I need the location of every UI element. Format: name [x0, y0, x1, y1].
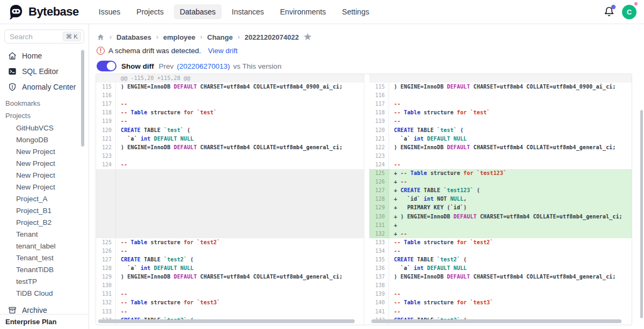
search-shortcut-kbd: ⌘ K — [63, 32, 81, 41]
brand-name: Bytebase — [28, 5, 79, 19]
line-number: 125 — [369, 169, 389, 178]
line-number: 129 — [96, 273, 116, 281]
diff-line: 120CREATE TABLE `test` ( — [369, 126, 632, 135]
sidebar-project-item[interactable]: tenant_label — [0, 240, 89, 252]
diff-line: 121 `a` int DEFAULT NULL — [96, 135, 364, 143]
sidebar-item-archive[interactable]: Archive — [0, 302, 89, 314]
right-pane-hscrollbar-thumb[interactable] — [371, 319, 621, 323]
line-number: 129 — [369, 203, 389, 212]
code-text — [116, 230, 364, 238]
line-number: 134 — [369, 247, 389, 255]
breadcrumb-item-employee[interactable]: employee — [163, 33, 195, 41]
diff-line: 123 — [369, 152, 632, 160]
search-input[interactable] — [10, 33, 63, 41]
sidebar-item-home[interactable]: Home — [0, 48, 89, 63]
nav-item-issues[interactable]: Issues — [93, 4, 126, 19]
diff-line-placeholder — [96, 195, 364, 203]
search-box[interactable]: ⌘ K — [4, 30, 84, 43]
diff-pane-divider — [364, 74, 369, 325]
nav-item-environments[interactable]: Environments — [274, 4, 332, 19]
sidebar-item-anomaly-center[interactable]: Anomaly Center — [0, 79, 89, 94]
sidebar-scrollbar-thumb[interactable] — [81, 50, 84, 147]
code-text — [389, 91, 632, 100]
line-number: 127 — [369, 186, 389, 195]
sidebar-project-item[interactable]: New Project — [0, 181, 89, 193]
nav-item-settings[interactable]: Settings — [336, 4, 375, 19]
sidebar: ⌘ K Home SQL Editor — [0, 24, 89, 329]
anomaly-center-icon — [8, 83, 17, 91]
line-number — [96, 195, 116, 203]
diff-line: 116 — [369, 91, 632, 100]
line-number: 121 — [369, 135, 389, 143]
show-diff-toggle[interactable] — [97, 61, 116, 71]
page-scrollbar-thumb[interactable] — [640, 110, 643, 318]
diff-pane-previous: @@ -115,20 +115,28 @@115) ENGINE=InnoDB … — [96, 74, 364, 325]
line-number: 115 — [369, 83, 389, 91]
sidebar-section-projects: Projects — [0, 109, 89, 122]
view-drift-link[interactable]: View drift — [208, 47, 238, 55]
nav-item-instances[interactable]: Instances — [226, 4, 270, 19]
sidebar-project-item[interactable]: GitHubVCS — [0, 122, 89, 134]
sidebar-project-item[interactable]: testTP — [0, 275, 89, 287]
avatar-status-dot — [634, 2, 638, 5]
breadcrumb-item-change-id[interactable]: 20221202074022 — [245, 33, 299, 41]
line-number: 124 — [96, 160, 116, 169]
nav-item-databases[interactable]: Databases — [174, 4, 222, 19]
sidebar-project-item[interactable]: New Project — [0, 157, 89, 169]
code-text: @@ -115,20 +115,28 @@ — [116, 74, 364, 83]
star-icon[interactable]: ★ — [304, 33, 311, 41]
code-text: + -- — [389, 178, 632, 186]
sidebar-project-item[interactable]: TenantTiDB — [0, 264, 89, 275]
code-text: + `id` int NOT NULL, — [389, 195, 632, 203]
code-text: CREATE TABLE `test` ( — [116, 126, 364, 135]
diff-line: 126-- — [96, 247, 364, 255]
code-text: -- Table structure for `test` — [389, 108, 632, 117]
sidebar-project-item[interactable]: New Project — [0, 145, 89, 157]
line-number: 122 — [96, 143, 116, 152]
diff-line-placeholder — [96, 203, 364, 212]
line-number: 116 — [96, 91, 116, 100]
main-content: › Databases › employee › Change › 202212… — [90, 24, 644, 329]
diff-line: 129) ENGINE=InnoDB DEFAULT CHARSET=utf8m… — [96, 273, 364, 281]
sidebar-project-item[interactable]: Project_B1 — [0, 204, 89, 216]
code-text: ) ENGINE=InnoDB DEFAULT CHARSET=utf8mb4 … — [116, 143, 364, 152]
breadcrumb-item-change[interactable]: Change — [207, 33, 233, 41]
diff-line: 125-- Table structure for `test2` — [96, 238, 364, 247]
code-text — [116, 169, 364, 178]
line-number: 116 — [369, 91, 389, 100]
code-text — [116, 281, 364, 290]
sidebar-project-item[interactable]: TiDB Cloud — [0, 287, 89, 299]
sidebar-project-item[interactable]: Project_B2 — [0, 216, 89, 228]
diff-line: 122) ENGINE=InnoDB DEFAULT CHARSET=utf8m… — [96, 143, 364, 152]
line-number: 117 — [369, 100, 389, 108]
breadcrumb-home-icon[interactable] — [97, 33, 105, 41]
left-pane-hscrollbar-thumb[interactable] — [98, 319, 355, 323]
sidebar-project-item[interactable]: MongoDB — [0, 134, 89, 145]
diff-line: 118-- Table structure for `test` — [96, 108, 364, 117]
diff-line-added: 130+ ) ENGINE=InnoDB DEFAULT CHARSET=utf… — [369, 213, 632, 221]
code-text: CREATE TABLE `test2` ( — [389, 255, 632, 264]
schema-drift-alert: ! A schema drift was detected. View drif… — [90, 41, 644, 55]
prev-version-link[interactable]: (202206270013) — [177, 62, 230, 70]
breadcrumb-separator: › — [200, 33, 202, 41]
archive-icon — [8, 306, 17, 314]
sidebar-project-item[interactable]: Tenant — [0, 228, 89, 240]
diff-line: 131-- — [96, 290, 364, 298]
code-text: `a` int DEFAULT NULL — [116, 135, 364, 143]
line-number: 140 — [369, 298, 389, 307]
sidebar-item-sql-editor[interactable]: SQL Editor — [0, 63, 89, 79]
code-text: -- — [116, 308, 364, 316]
bytebase-logo[interactable]: Bytebase — [0, 4, 79, 20]
diff-line: 117-- — [96, 100, 364, 108]
breadcrumb-item-databases[interactable]: Databases — [116, 33, 151, 41]
line-number: 122 — [369, 143, 389, 152]
header-actions: C — [604, 5, 644, 19]
code-text — [116, 178, 364, 186]
sidebar-project-item[interactable]: Project_A — [0, 193, 89, 204]
diff-line-added: 126+ -- — [369, 178, 632, 186]
nav-item-projects[interactable]: Projects — [130, 4, 170, 19]
sidebar-project-item[interactable]: Tenant_test — [0, 252, 89, 264]
sidebar-project-item[interactable]: New Project — [0, 169, 89, 181]
notifications-button[interactable] — [604, 6, 614, 18]
avatar[interactable]: C — [622, 5, 636, 19]
